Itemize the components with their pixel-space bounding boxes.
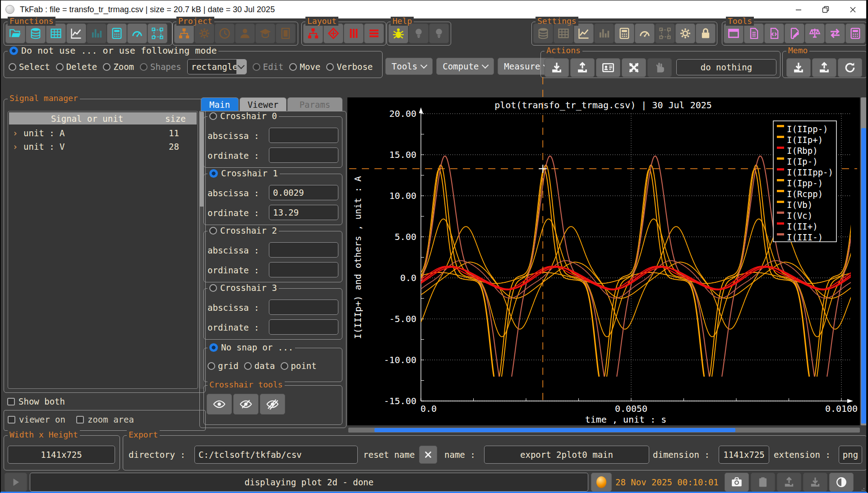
calculator-button[interactable] [107,23,127,43]
eye-off-button[interactable] [260,394,285,415]
snap-option-grid[interactable]: grid [208,361,239,371]
calculator-button[interactable] [845,23,865,43]
clock-icon [218,27,231,40]
mode-frame-radio[interactable] [9,46,18,55]
download-button [803,473,827,492]
crosshair-0-ordinate-input[interactable] [269,147,338,163]
directory-input[interactable] [194,446,358,464]
name-label: name : [444,450,476,460]
tree-row[interactable]: ›unit : V28 [10,140,196,153]
toolbar-group-tools: Tools [722,22,867,46]
document-code-button[interactable] [764,23,784,43]
line-chart-button[interactable] [66,23,86,43]
folder-open-icon [9,27,22,40]
bar-chart-button [594,23,614,43]
folder-open-button[interactable] [5,23,25,43]
crosshair-1-abscissa-input[interactable] [269,185,338,200]
eye-semi-button[interactable] [233,394,259,415]
tree-row-size: 28 [169,142,196,152]
y-tick-label: 5.00 [395,231,416,242]
status-message[interactable]: displaying plot 2d - done [30,473,588,492]
tree-row[interactable]: ›unit : A11 [10,126,196,140]
snap-option-data[interactable]: data [244,361,275,371]
target-button[interactable] [323,23,343,43]
select-box-button[interactable] [148,23,167,43]
plot-vscrollbar[interactable] [861,97,867,425]
gauge-button[interactable] [127,23,147,43]
mode-radio-zoom[interactable]: Zoom [103,62,134,72]
crosshair-0-radio[interactable] [209,112,217,120]
toolbar-group-help: Help [387,22,451,46]
plot-hscrollbar[interactable] [348,428,860,433]
extension-input[interactable] [839,446,862,464]
snap-option-point[interactable]: point [281,361,317,371]
crosshair-2-ordinate-input[interactable] [269,262,338,277]
database-button[interactable] [26,23,46,43]
tab-main[interactable]: Main [201,97,239,111]
expand-icon[interactable]: › [13,142,21,152]
horizontal-bars-button[interactable] [364,23,384,43]
plot-title: plot(transfo_tr_trmag.csv) | 30 Jul 2025 [494,100,712,111]
minimize-button[interactable] [785,0,812,18]
expand-icon[interactable]: › [13,128,21,138]
camera-button[interactable] [725,473,749,492]
contrast-button[interactable] [829,473,854,492]
crosshair-1-radio[interactable] [209,169,218,178]
table-button[interactable] [46,23,66,43]
show-both-checkbox[interactable] [7,398,15,405]
zoom-area-checkbox[interactable] [76,416,84,424]
vertical-bars-button[interactable] [344,23,364,43]
y-tick-label: -5.00 [389,313,416,324]
tree-header-size[interactable]: size [165,114,197,124]
close-button[interactable] [839,0,866,18]
export-name-input[interactable] [484,446,649,464]
snap-radio[interactable] [209,343,218,352]
viewer-on-checkbox[interactable] [8,416,15,424]
crosshair-2-abscissa-input[interactable] [269,242,338,258]
door-icon [279,27,292,40]
tree-header[interactable]: Signal or unit size [9,112,197,124]
mode-radio-move[interactable]: Move [289,62,320,72]
swap-arrows-button[interactable] [825,23,845,43]
bug-button[interactable] [388,23,408,43]
gear-button[interactable] [675,23,695,43]
document-edit-button[interactable] [785,23,804,43]
crosshair-1-ordinate-input[interactable] [269,205,338,220]
document-code-icon [768,27,780,40]
shape-combobox[interactable]: rectangle [187,59,247,74]
crosshair-2-radio[interactable] [209,227,217,235]
mode-radio-delete[interactable]: Delete [56,62,97,72]
lock-icon [699,27,712,40]
calculator-button[interactable] [614,23,634,43]
crosshair-3-ordinate-input[interactable] [269,319,338,335]
mode-radio-select[interactable]: Select [9,62,50,72]
mode-radio-verbose[interactable]: Verbose [326,62,373,72]
crosshair-3-abscissa-input[interactable] [269,299,338,315]
sitemap-button[interactable] [174,23,194,43]
tab-viewer[interactable]: Viewer [240,97,286,111]
led-button[interactable] [591,473,612,492]
sitemap-button[interactable] [303,23,323,43]
plot-canvas[interactable]: plot(transfo_tr_trmag.csv) | 30 Jul 2025… [347,73,860,427]
reset-name-button[interactable] [419,446,437,464]
window-button[interactable] [724,23,743,43]
dimension-input[interactable] [719,446,769,464]
size-input[interactable] [8,446,115,464]
legend-entry: I(IIIpp-) [787,167,833,177]
y-tick-label: 15.00 [389,149,416,160]
tree-header-name[interactable]: Signal or unit [9,114,165,124]
crosshair-0-abscissa-input[interactable] [269,128,338,143]
eye-button[interactable] [207,394,232,415]
crosshair-3-radio[interactable] [209,284,217,292]
snap-title: No snap or ... [221,343,293,352]
restore-button[interactable] [812,0,839,18]
gauge-button[interactable] [635,23,655,43]
lock-button[interactable] [696,23,716,43]
toolbar-group-settings: Settings [531,22,717,46]
line-chart-button[interactable] [574,23,594,43]
upload-icon [576,61,589,74]
scales-button[interactable] [805,23,825,43]
document-button[interactable] [744,23,764,43]
resize-grip[interactable] [860,486,864,491]
viewer-options-frame: viewer on zoom area [4,410,206,431]
